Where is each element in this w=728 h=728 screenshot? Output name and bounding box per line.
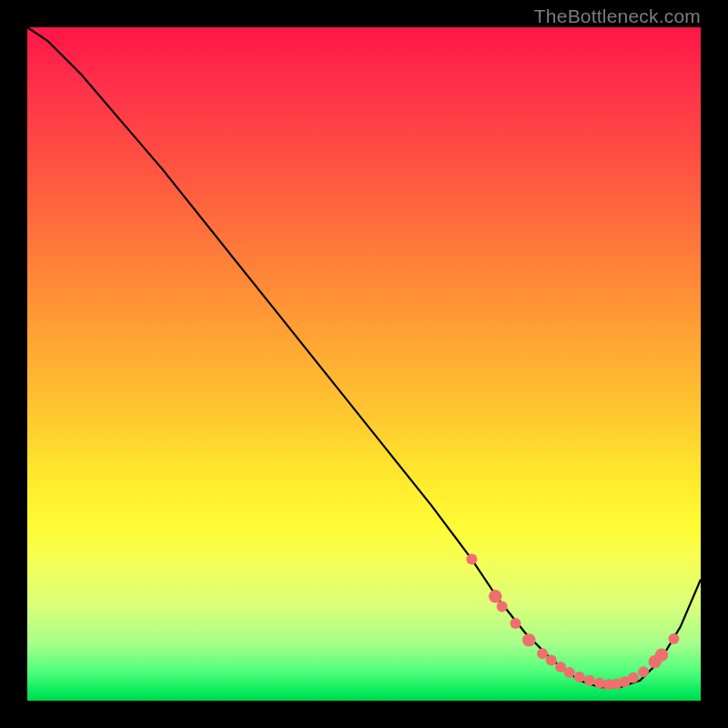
highlight-dot <box>574 672 585 682</box>
curve-line <box>27 27 701 687</box>
highlight-dot <box>489 590 501 602</box>
highlight-dot <box>584 675 595 686</box>
highlight-dots <box>466 554 679 691</box>
watermark-text: TheBottleneck.com <box>534 5 701 27</box>
highlight-dot <box>638 666 649 677</box>
frame: TheBottleneck.com <box>0 0 728 728</box>
chart-svg <box>27 27 701 701</box>
highlight-dot <box>522 633 535 646</box>
highlight-dot <box>546 655 557 666</box>
highlight-dot <box>537 648 548 659</box>
highlight-dot <box>628 672 639 683</box>
highlight-dot <box>497 601 508 612</box>
highlight-dot <box>466 554 477 565</box>
highlight-dot <box>668 633 679 644</box>
plot-area <box>27 27 701 701</box>
highlight-dot <box>511 618 521 629</box>
highlight-dot <box>655 649 668 662</box>
highlight-dot <box>564 667 575 678</box>
